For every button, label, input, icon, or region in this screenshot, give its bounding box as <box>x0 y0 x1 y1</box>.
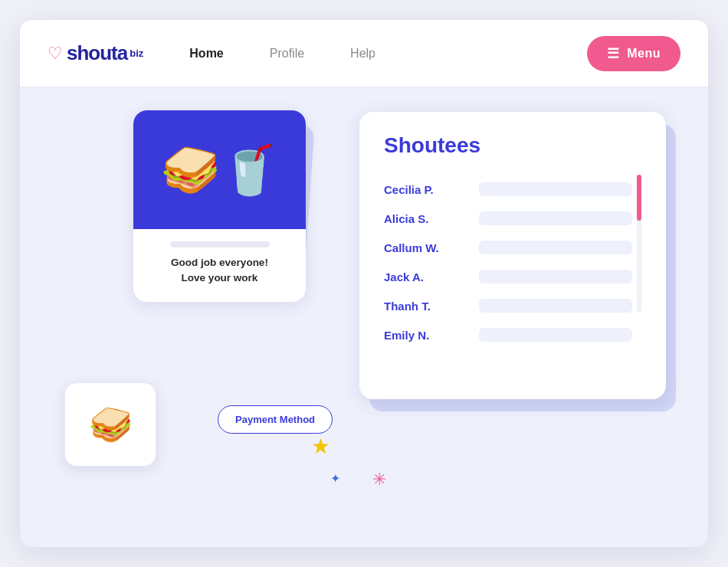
star-blue-icon: ✦ <box>330 471 340 486</box>
sandwich-icon: 🥪🥤 <box>161 146 279 194</box>
nav-profile[interactable]: Profile <box>270 47 304 61</box>
menu-button-label: Menu <box>627 47 661 61</box>
shoutee-row: Callum W. <box>384 233 641 262</box>
shoutees-panel: Shoutees Cecilia P. Alicia S. Callum W. <box>359 112 666 399</box>
star-yellow-icon: ★ <box>311 434 330 459</box>
card-text-area: Good job everyone! Love your work <box>161 229 279 293</box>
small-sandwich-icon: 🥪 <box>89 404 133 445</box>
nav-home[interactable]: Home <box>189 47 223 61</box>
star-pink-icon: ✳ <box>372 470 386 490</box>
shoutee-row: Alicia S. <box>384 204 641 233</box>
nav-help[interactable]: Help <box>350 47 375 61</box>
shoutee-bar <box>479 328 632 342</box>
shoutee-list: Cecilia P. Alicia S. Callum W. Jack A. T… <box>384 175 641 349</box>
nav-links: Home Profile Help <box>189 47 586 61</box>
shoutee-name: Callum W. <box>384 241 461 254</box>
shoutee-bar <box>479 211 632 225</box>
card-message: Good job everyone! Love your work <box>170 255 270 287</box>
shoutee-bar <box>479 241 632 254</box>
shoutee-name: Jack A. <box>384 270 461 284</box>
menu-button[interactable]: ☰ Menu <box>587 36 680 71</box>
shoutee-bar <box>479 270 632 284</box>
hamburger-icon: ☰ <box>607 45 620 62</box>
navbar: ♡ shoutabiz Home Profile Help ☰ Menu <box>20 20 708 87</box>
browser-window: ♡ shoutabiz Home Profile Help ☰ Menu 🥪🥤 … <box>19 19 709 548</box>
shoutee-row: Jack A. <box>384 262 641 291</box>
shoutee-name: Cecilia P. <box>384 183 461 196</box>
small-card: 🥪 <box>64 382 156 467</box>
shoutee-row: Cecilia P. <box>384 175 641 204</box>
shoutee-name: Emily N. <box>384 329 461 342</box>
card-image-area: 🥪🥤 <box>133 110 306 229</box>
logo-biz: biz <box>130 48 143 59</box>
logo: ♡ shoutabiz <box>48 41 143 65</box>
content-area: 🥪🥤 Good job everyone! Love your work Pay… <box>20 87 708 547</box>
scroll-thumb <box>637 175 641 221</box>
shoutee-bar <box>479 299 632 313</box>
logo-heart-icon: ♡ <box>48 44 63 64</box>
payment-method-button[interactable]: Payment Method <box>218 405 333 434</box>
shoutee-name: Alicia S. <box>384 212 461 225</box>
shoutees-title: Shoutees <box>384 133 641 158</box>
shoutee-bar <box>479 182 632 196</box>
card-divider <box>170 241 270 247</box>
scroll-indicator[interactable] <box>637 175 641 313</box>
shoutee-name: Thanh T. <box>384 300 461 313</box>
shoutee-row: Thanh T. <box>384 291 641 320</box>
logo-text: shouta <box>67 41 127 65</box>
shoutee-row: Emily N. <box>384 320 641 349</box>
main-card: 🥪🥤 Good job everyone! Love your work <box>133 110 306 302</box>
